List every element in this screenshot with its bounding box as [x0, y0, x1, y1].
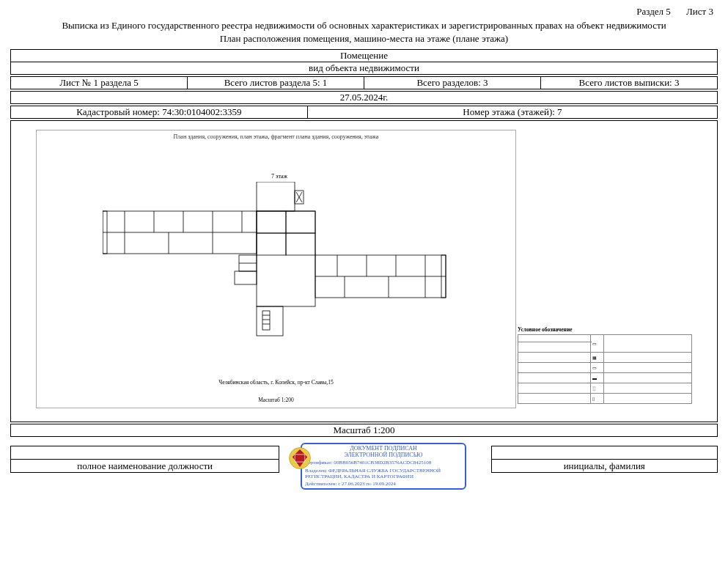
plan-address: Челябинская область, г. Копейск, пр-кт С… — [37, 379, 515, 386]
title-line1: Выписка из Единого государственного реес… — [10, 19, 718, 32]
digital-signature-stamp: ДОКУМЕНТ ПОДПИСАН ЭЛЕКТРОННОЙ ПОДПИСЬЮ С… — [301, 443, 466, 490]
total-sheets-extract: Всего листов выписки: 3 — [541, 77, 718, 89]
svg-rect-8 — [257, 211, 286, 233]
legend-table: ▭ ▦ ▭ ▬ ░ ▯ — [518, 334, 692, 404]
svg-rect-3 — [257, 182, 295, 211]
plan-top-caption: План здания, сооружения, план этажа, фра… — [37, 133, 515, 140]
total-sections: Всего разделов: 3 — [364, 77, 541, 89]
position-label: полное наименование должности — [11, 460, 279, 473]
svg-rect-10 — [257, 233, 286, 255]
object-table: Помещение вид объекта недвижимости — [10, 49, 718, 75]
stamp-line2: ЭЛЕКТРОННОЙ ПОДПИСЬЮ — [305, 452, 462, 458]
section-label: Раздел 5 — [636, 6, 671, 17]
scale-table: Масштаб 1:200 — [10, 424, 718, 437]
svg-rect-11 — [286, 233, 315, 255]
sheet-of-section: Лист № 1 раздела 5 — [11, 77, 188, 89]
cadastral-floor-table: Кадастровый номер: 74:30:0104002:3359 Но… — [10, 106, 718, 119]
svg-rect-9 — [286, 211, 315, 233]
plan-scale-small: Масштаб 1:200 — [37, 397, 515, 403]
object-type-label: вид объекта недвижимости — [11, 62, 718, 75]
floor-number: Номер этажа (этажей): 7 — [307, 106, 717, 119]
title-line2: План расположения помещения, машино-мест… — [10, 32, 718, 45]
cadastral-number: Кадастровый номер: 74:30:0104002:3359 — [11, 106, 308, 119]
stamp-cert: Сертификат: 00BB056B7401CB38D2B3576ACDC8… — [305, 460, 462, 466]
svg-rect-19 — [262, 311, 270, 330]
date-table: 27.05.2024г. — [10, 91, 718, 104]
plan-floor-label: 7 этаж — [271, 173, 287, 180]
plan-inner: План здания, сооружения, план этажа, фра… — [36, 130, 516, 408]
initials-label: инициалы, фамилия — [491, 460, 718, 473]
stamp-line1: ДОКУМЕНТ ПОДПИСАН — [305, 445, 462, 452]
sheet-label: Лист 3 — [686, 6, 713, 17]
floor-plan-drawing — [103, 182, 447, 350]
svg-rect-14 — [235, 271, 257, 284]
total-sheets-section: Всего листов раздела 5: 1 — [188, 77, 364, 89]
stamp-valid: Действителен: с 27.06.2023 по 19.09.2024 — [305, 481, 462, 487]
title-block: Выписка из Единого государственного реес… — [10, 19, 718, 45]
plan-frame: План здания, сооружения, план этажа, фра… — [10, 120, 718, 422]
header-section-sheet: Раздел 5 Лист 3 — [10, 6, 718, 18]
scale-text: Масштаб 1:200 — [11, 424, 718, 437]
document-date: 27.05.2024г. — [11, 92, 718, 104]
stamp-owner: Владелец: ФЕДЕРАЛЬНАЯ СЛУЖБА ГОСУДАРСТВЕ… — [305, 468, 462, 479]
seal-icon — [287, 446, 312, 471]
object-name: Помещение — [11, 50, 718, 62]
legend-title: Условное обозначение — [518, 326, 692, 333]
legend-box: Условное обозначение ▭ ▦ ▭ ▬ ░ ▯ — [518, 326, 692, 408]
signature-area: полное наименование должности инициалы, … — [10, 446, 718, 504]
counts-table: Лист № 1 раздела 5 Всего листов раздела … — [10, 76, 718, 89]
